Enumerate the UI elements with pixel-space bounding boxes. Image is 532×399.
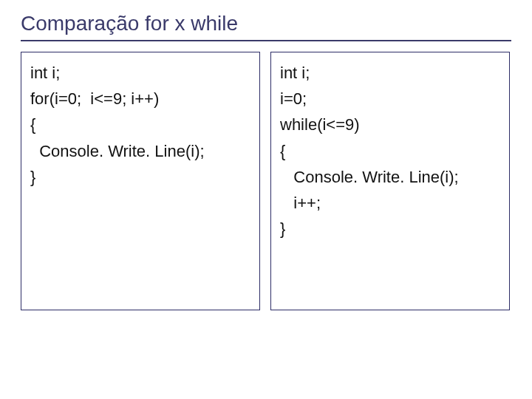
code-line: while(i<=9)	[280, 112, 500, 137]
code-line: i++;	[280, 190, 500, 216]
code-line: int i;	[30, 60, 250, 86]
code-box-while: int i; i=0; while(i<=9) { Console. Write…	[270, 52, 510, 310]
code-line: }	[280, 216, 500, 242]
code-line: {	[280, 138, 500, 164]
code-line: {	[30, 112, 250, 137]
code-line: Console. Write. Line(i);	[30, 138, 250, 164]
slide: Comparação for x while int i; for(i=0; i…	[0, 0, 532, 399]
code-line: int i;	[280, 60, 500, 86]
code-line: for(i=0; i<=9; i++)	[30, 86, 250, 112]
code-line: }	[30, 164, 250, 190]
slide-title: Comparação for x while	[21, 9, 511, 41]
code-line: Console. Write. Line(i);	[280, 164, 500, 190]
code-line: i=0;	[280, 86, 500, 112]
code-box-for: int i; for(i=0; i<=9; i++) { Console. Wr…	[21, 52, 260, 310]
columns: int i; for(i=0; i<=9; i++) { Console. Wr…	[21, 52, 511, 310]
